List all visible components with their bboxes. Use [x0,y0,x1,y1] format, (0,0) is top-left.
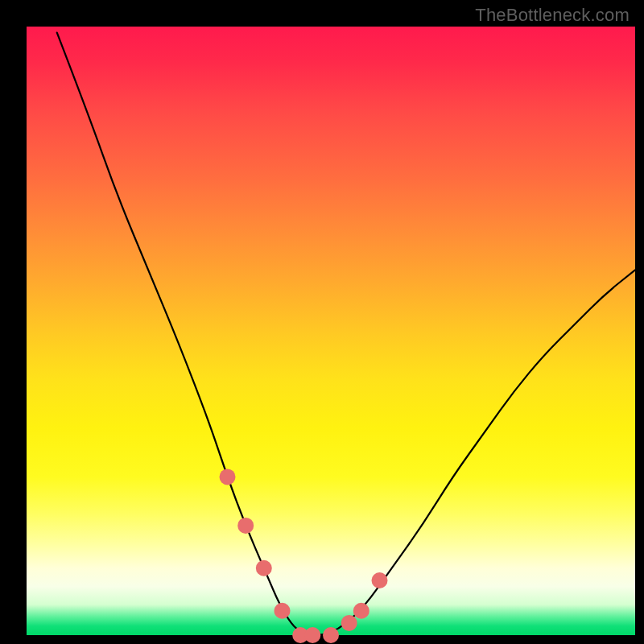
highlighted-point [237,518,254,534]
bottleneck-curve [57,33,635,635]
highlighted-point [372,572,388,588]
highlighted-point [353,603,369,619]
bottleneck-curve-svg [27,27,635,635]
highlighted-point [256,560,272,576]
highlighted-points-group [220,469,388,643]
highlighted-point [220,469,236,485]
highlighted-point [275,603,291,619]
highlighted-point [323,627,339,643]
plot-area [27,27,635,635]
highlighted-point [341,615,357,631]
chart-container: TheBottleneck.com [0,0,644,644]
highlighted-point [304,627,320,643]
watermark-text: TheBottleneck.com [475,5,630,26]
